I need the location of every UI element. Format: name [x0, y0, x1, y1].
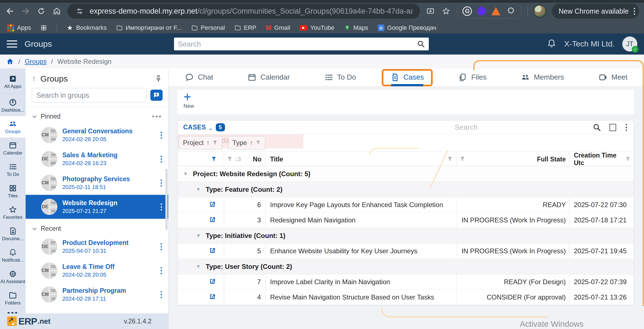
project-group-row[interactable]: ▼ Project: Website Redesign (Count: 5) — [178, 166, 634, 182]
group-chip-type[interactable]: Type ↑ — [228, 136, 265, 149]
bookmark-personal-folder[interactable]: Personal — [191, 24, 225, 31]
bookmark-star-icon[interactable] — [441, 6, 451, 16]
new-case-button[interactable]: New — [183, 92, 634, 109]
case-row[interactable]: 4 Revise Main Navigation Structure Based… — [178, 290, 634, 305]
group-list-item[interactable]: DE EPJG Product Development 2025-04-07 1… — [26, 235, 168, 259]
search-icon[interactable] — [417, 40, 425, 48]
cases-menu-icon[interactable] — [625, 123, 628, 132]
tab-todo[interactable]: To Do — [323, 68, 357, 86]
bookmark-grid-button[interactable] — [40, 24, 47, 31]
chevron-down-icon[interactable]: ⌄ — [208, 125, 213, 131]
address-bar[interactable]: express-demo-model.my.erp.net/cl/groups/… — [67, 4, 420, 19]
recent-section-header[interactable]: Recent — [26, 220, 168, 235]
groups-search[interactable] — [32, 88, 146, 102]
case-row[interactable]: 3 Redesigned Main Navigation IN PROGRESS… — [178, 213, 634, 228]
site-settings-icon[interactable] — [75, 6, 85, 16]
open-in-new-icon[interactable] — [209, 293, 217, 301]
case-row[interactable]: 7 Improve Label Clarity in Main Navigati… — [178, 274, 634, 290]
rocket-extension-icon[interactable] — [476, 6, 487, 16]
collapse-up-icon[interactable]: ↑ — [32, 74, 36, 84]
group-menu-icon[interactable] — [160, 131, 163, 140]
tab-cases[interactable]: Cases — [390, 68, 425, 86]
group-menu-icon[interactable] — [160, 290, 163, 299]
type-group-row[interactable]: ▼ Type: User Story (Count: 2) — [178, 259, 634, 274]
hamburger-menu-icon[interactable] — [7, 40, 17, 48]
sidebar-item-tiles[interactable]: Tiles — [0, 180, 26, 202]
collapse-toggle-icon[interactable]: ▼ — [183, 171, 188, 177]
groups-scrollbar[interactable] — [165, 169, 168, 230]
header-state-cell[interactable]: Full State — [456, 152, 569, 167]
collapse-toggle-icon[interactable]: ▼ — [196, 233, 201, 239]
collapse-toggle-icon[interactable]: ▼ — [196, 187, 201, 192]
search-icon[interactable] — [593, 123, 601, 132]
cases-search[interactable] — [455, 123, 588, 132]
group-list-item[interactable]: CM DEIW Photography Services 2025-02-11 … — [26, 171, 168, 195]
global-search-input[interactable] — [178, 40, 417, 48]
open-in-new-icon[interactable] — [209, 201, 217, 209]
back-icon[interactable] — [5, 6, 15, 16]
install-app-icon[interactable] — [425, 6, 435, 16]
forward-icon[interactable] — [21, 6, 31, 16]
group-list-item[interactable]: CM DEIW General Conversations 2024-02-28… — [26, 123, 168, 147]
home-icon[interactable] — [6, 58, 14, 65]
group-menu-icon[interactable] — [160, 202, 163, 212]
sidebar-item-favorites[interactable]: Favorites — [0, 202, 26, 223]
bookmark-translate[interactable]: GGoogle Преводач — [378, 24, 437, 31]
tab-members[interactable]: Members — [520, 68, 565, 86]
tab-chat[interactable]: Chat — [184, 68, 214, 86]
pinned-more-icon[interactable]: ••• — [152, 112, 162, 121]
cases-search-input[interactable] — [455, 123, 588, 132]
header-filter-cell[interactable] — [178, 152, 224, 167]
bookmark-erp-folder[interactable]: ERP — [234, 24, 256, 31]
chrome-update-button[interactable]: New Chrome available — [552, 4, 639, 19]
sidebar-item-dashboard[interactable]: Dashboa... — [0, 95, 26, 116]
group-list-item[interactable]: DE IWMP Sales & Marketing 2024-02-28 16:… — [26, 147, 168, 171]
groups-search-input[interactable] — [36, 91, 142, 99]
header-created-cell[interactable]: Creation Time Utc — [569, 152, 634, 167]
notifications-bell-icon[interactable] — [547, 39, 556, 49]
group-menu-icon[interactable] — [160, 242, 163, 251]
tab-files[interactable]: Files — [457, 68, 488, 86]
grammarly-extension-icon[interactable]: G — [462, 6, 472, 16]
open-in-new-icon[interactable] — [209, 216, 217, 224]
group-menu-icon[interactable] — [160, 154, 163, 164]
type-group-row[interactable]: ▼ Type: Feature (Count: 2) — [178, 182, 634, 197]
bookmark-bookmarks[interactable]: Bookmarks — [67, 24, 107, 31]
bookmark-youtube[interactable]: YouTube — [300, 24, 334, 31]
tab-calendar[interactable]: Calendar — [246, 68, 291, 86]
sidebar-item-groups[interactable]: Groups — [0, 116, 26, 138]
tab-meet[interactable]: Meet — [598, 68, 629, 86]
user-avatar[interactable]: JT ✓ — [622, 36, 637, 51]
browser-home-icon[interactable] — [52, 6, 62, 16]
pin-icon[interactable] — [155, 75, 162, 83]
case-row[interactable]: 6 Improve Key Page Layouts for Enhanced … — [178, 197, 634, 213]
reload-icon[interactable] — [36, 6, 46, 16]
group-menu-icon[interactable] — [160, 266, 163, 275]
case-row[interactable]: 5 Enhance Website Usability for Key User… — [178, 244, 634, 259]
maximize-icon[interactable] — [609, 124, 616, 131]
open-in-new-icon[interactable] — [209, 278, 217, 286]
filter-funnel-icon[interactable] — [460, 156, 466, 162]
pinned-section-header[interactable]: Pinned ••• — [26, 107, 168, 123]
sidebar-item-ai-assistant[interactable]: AI Assistant — [0, 266, 26, 288]
filter-funnel-icon[interactable] — [447, 156, 453, 162]
sidebar-item-documents[interactable]: Docume... — [0, 223, 26, 245]
active-filter-icon[interactable] — [211, 156, 217, 162]
chrome-menu-icon[interactable] — [633, 7, 636, 16]
firebase-extension-icon[interactable] — [491, 7, 500, 15]
bookmark-maps[interactable]: Maps — [344, 24, 368, 31]
sidebar-item-all-apps[interactable]: All Apps — [0, 70, 26, 94]
open-in-new-icon[interactable] — [209, 247, 217, 255]
group-list-item[interactable]: CM DESF Partnership Program 2024-02-28 1… — [26, 283, 168, 306]
filter-funnel-icon[interactable] — [227, 156, 233, 162]
chrome-profile-avatar[interactable] — [533, 5, 546, 18]
cases-panel-title[interactable]: CASES — [183, 124, 206, 131]
header-no-cell[interactable]: ↓3 No — [224, 152, 266, 167]
breadcrumb-groups-link[interactable]: Groups — [25, 58, 47, 65]
group-menu-icon[interactable] — [160, 178, 163, 188]
group-chip-project[interactable]: Project ↑ — [179, 136, 222, 149]
collapse-toggle-icon[interactable]: ▼ — [196, 264, 201, 269]
group-list-item[interactable]: CM DEIW Leave & Time Off 2024-02-28 20:0… — [26, 259, 168, 283]
bookmark-imported-folder[interactable]: Импортирани от F... — [116, 24, 182, 31]
global-search[interactable] — [174, 38, 429, 50]
